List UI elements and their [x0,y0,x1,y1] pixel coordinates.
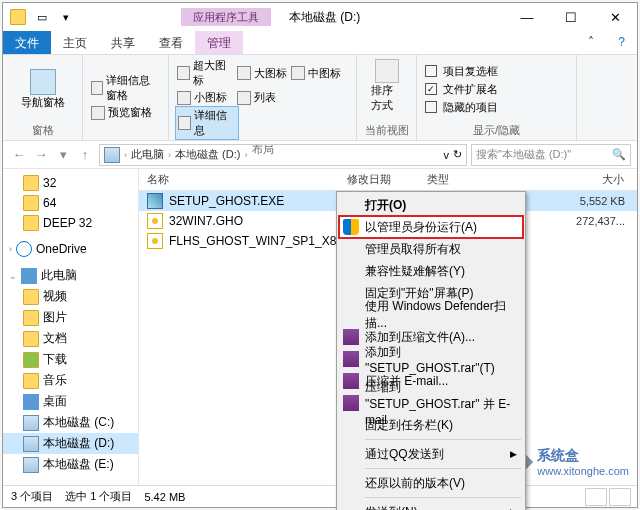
maximize-button[interactable]: ☐ [549,3,593,31]
tree-ddrive[interactable]: 本地磁盘 (D:) [3,433,138,454]
chk-item-boxes[interactable]: 项目复选框 [423,63,570,80]
menu-pin-taskbar[interactable]: 固定到任务栏(K) [339,414,523,436]
menu-email-named-rar[interactable]: 压缩到 "SETUP_GHOST.rar" 并 E-mail [339,392,523,414]
address-bar[interactable]: › 此电脑 › 本地磁盘 (D:) › v ↻ [99,144,467,166]
tree-documents[interactable]: 文档 [3,328,138,349]
nav-tree[interactable]: 32 64 DEEP 32 ›OneDrive ⌄此电脑 视频 图片 文档 下载… [3,169,139,485]
tree-edrive[interactable]: 本地磁盘 (E:) [3,454,138,475]
tree-folder-32[interactable]: 32 [3,173,138,193]
menu-compat[interactable]: 兼容性疑难解答(Y) [339,260,523,282]
tree-thispc[interactable]: ⌄此电脑 [3,265,138,286]
group-panes: 窗格 [9,121,76,138]
rar-icon [343,329,359,345]
up-button[interactable]: ↑ [75,145,95,165]
crumb-drive[interactable]: 本地磁盘 (D:) [175,147,240,162]
menu-run-as-admin[interactable]: 以管理员身份运行(A) [339,216,523,238]
menu-qq-send[interactable]: 通过QQ发送到▶ [339,443,523,465]
tab-manage[interactable]: 管理 [195,31,243,54]
exe-icon [147,193,163,209]
refresh-button[interactable]: ↻ [453,148,462,161]
menu-take-ownership[interactable]: 管理员取得所有权 [339,238,523,260]
group-current: 当前视图 [363,121,410,138]
file-size: 272,437... [576,215,625,227]
view-details-btn[interactable] [585,488,607,506]
search-icon: 🔍 [612,148,626,161]
search-box[interactable]: 搜索"本地磁盘 (D:)" 🔍 [471,144,631,166]
rar-icon [343,373,359,389]
nav-pane-button[interactable]: 导航窗格 [21,69,65,110]
tree-desktop[interactable]: 桌面 [3,391,138,412]
tab-share[interactable]: 共享 [99,31,147,54]
file-name: FLHS_GHOST_WIN7_SP1_X86_ [169,234,350,248]
tree-pictures[interactable]: 图片 [3,307,138,328]
recent-dropdown[interactable]: ▾ [53,145,73,165]
chk-ext[interactable]: ✓文件扩展名 [423,81,570,98]
menu-separator [365,439,521,440]
view-details[interactable]: 详细信息 [175,106,239,140]
gho-icon [147,213,163,229]
preview-pane-btn[interactable]: 预览窗格 [89,104,162,121]
window-title: 本地磁盘 (D:) [289,9,360,26]
tree-folder-64[interactable]: 64 [3,193,138,213]
detail-pane-btn[interactable]: 详细信息窗格 [89,72,162,104]
file-name: SETUP_GHOST.EXE [169,194,284,208]
col-type[interactable]: 类型 [419,172,499,187]
menu-add-named-rar[interactable]: 添加到 "SETUP_GHOST.rar"(T) [339,348,523,370]
addr-dropdown[interactable]: v [444,149,450,161]
qat-dropdown[interactable]: ▾ [55,6,77,28]
tree-onedrive[interactable]: ›OneDrive [3,239,138,259]
sort-button[interactable]: 排序方式 [363,57,410,121]
context-tab-label: 应用程序工具 [181,8,271,26]
props-qat-icon[interactable]: ▭ [31,6,53,28]
rar-icon [343,395,359,411]
fwd-button[interactable]: → [31,145,51,165]
close-button[interactable]: ✕ [593,3,637,31]
status-sel-size: 5.42 MB [144,491,185,503]
col-modified[interactable]: 修改日期 [339,172,419,187]
tab-home[interactable]: 主页 [51,31,99,54]
menu-defender[interactable]: 使用 Windows Defender扫描... [339,304,523,326]
tab-view[interactable]: 查看 [147,31,195,54]
nav-pane-label: 导航窗格 [21,95,65,110]
view-thumbs-btn[interactable] [609,488,631,506]
rar-icon [343,351,359,367]
ribbon-collapse[interactable]: ˄ [576,31,606,54]
tree-downloads[interactable]: 下载 [3,349,138,370]
menu-separator [365,468,521,469]
context-menu: 打开(O) 以管理员身份运行(A) 管理员取得所有权 兼容性疑难解答(Y) 固定… [336,191,526,510]
shield-icon [343,219,359,235]
gho-icon [147,233,163,249]
status-selection: 选中 1 个项目 [65,489,132,504]
menu-separator [365,497,521,498]
chk-hidden[interactable]: 隐藏的项目 [423,99,570,116]
view-lg[interactable]: 大图标 [235,57,289,89]
view-md[interactable]: 中图标 [289,57,343,89]
watermark: 系统盒 www.xitonghe.com [509,447,629,477]
crumb-pc[interactable]: 此电脑 [131,147,164,162]
view-sm[interactable]: 小图标 [175,89,235,106]
col-size[interactable]: 大小 [499,172,637,187]
minimize-button[interactable]: — [505,3,549,31]
file-name: 32WIN7.GHO [169,214,243,228]
tree-cdrive[interactable]: 本地磁盘 (C:) [3,412,138,433]
tree-music[interactable]: 音乐 [3,370,138,391]
menu-open[interactable]: 打开(O) [339,194,523,216]
tree-videos[interactable]: 视频 [3,286,138,307]
view-xl[interactable]: 超大图标 [175,57,235,89]
back-button[interactable]: ← [9,145,29,165]
file-size: 5,552 KB [580,195,625,207]
group-show: 显示/隐藏 [423,121,570,138]
status-count: 3 个项目 [11,489,53,504]
folder-qat-icon[interactable] [7,6,29,28]
menu-restore-prev[interactable]: 还原以前的版本(V) [339,472,523,494]
col-name[interactable]: 名称 [139,172,339,187]
help-button[interactable]: ? [606,31,637,54]
drive-icon [104,147,120,163]
menu-sendto[interactable]: 发送到(N)▶ [339,501,523,510]
tree-folder-deep32[interactable]: DEEP 32 [3,213,138,233]
search-placeholder: 搜索"本地磁盘 (D:)" [476,147,571,162]
tab-file[interactable]: 文件 [3,31,51,54]
view-list[interactable]: 列表 [235,89,289,106]
